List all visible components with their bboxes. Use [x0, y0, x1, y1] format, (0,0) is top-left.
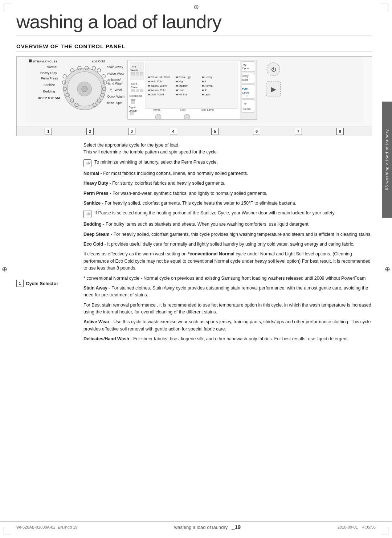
svg-rect-50	[132, 89, 135, 92]
page-title: washing a load of laundry	[16, 11, 372, 36]
svg-text:Pre: Pre	[132, 65, 136, 68]
reg-mark-left: ⊕	[2, 265, 7, 273]
svg-rect-58	[131, 112, 134, 115]
reg-mark-top: ⊕	[193, 3, 199, 11]
diagram-num-8: 8	[336, 128, 344, 135]
desc-perm-press: Perm Press - For wash-and-wear, syntheti…	[83, 190, 372, 197]
desc-stain-away: Stain Away - For stained clothes. Stain …	[83, 285, 372, 299]
desc-conventional-note: * conventional Normal cycle - Normal cyc…	[83, 275, 372, 282]
svg-text:■ Hot / Cold: ■ Hot / Cold	[148, 80, 163, 83]
svg-text:■ Cold / Cold: ■ Cold / Cold	[148, 93, 164, 96]
svg-text:ᶜ: ᶜ	[96, 59, 97, 63]
right-column: Select the appropriate cycle for the typ…	[83, 142, 372, 346]
left-column: 1 Cycle Selector	[16, 142, 83, 346]
svg-point-79	[184, 114, 190, 120]
section-heading: OVERVIEW OF THE CONTROL PANEL	[16, 43, 372, 52]
svg-text:Extended: Extended	[130, 94, 142, 98]
note-perm-press-text: To minimize wrinkling of laundry, select…	[94, 159, 218, 166]
svg-text:My: My	[243, 63, 246, 66]
svg-text:STEAM CYCLES: STEAM CYCLES	[33, 60, 58, 63]
svg-rect-47	[140, 73, 143, 75]
footer-time: 4:05:56	[362, 525, 376, 529]
reg-mark-right: ⊕	[385, 265, 390, 273]
svg-text:®: ®	[246, 95, 248, 97]
note-icon-1: 𝒲	[83, 159, 91, 167]
svg-point-23	[82, 86, 87, 92]
cycle-selector-text: Cycle Selector	[26, 281, 58, 286]
svg-text:Cycle: Cycle	[242, 91, 249, 94]
page-container: ⊕ ⊕ ⊕ 03 washing a load of laundry washi…	[0, 0, 392, 538]
svg-text:■ Heavy: ■ Heavy	[202, 75, 212, 79]
side-tab: 03 washing a load of laundry	[382, 102, 392, 218]
svg-text:■ Medium: ■ Medium	[176, 84, 188, 87]
footer-right: 2010-09-01 4:05:56	[338, 525, 376, 529]
svg-text:■ Low: ■ Low	[176, 89, 184, 92]
corner-mark-tl	[4, 4, 11, 11]
side-tab-text: 03 washing a load of laundry	[385, 129, 389, 190]
svg-text:→: →	[41, 100, 43, 102]
svg-text:Perm Press: Perm Press	[41, 77, 58, 80]
svg-text:Normal: Normal	[47, 65, 57, 69]
svg-text:Soil Level: Soil Level	[201, 108, 214, 111]
svg-point-78	[155, 114, 161, 120]
svg-text:▶: ▶	[271, 86, 276, 93]
footer-page-number: _19	[232, 524, 241, 530]
svg-text:Signal: Signal	[129, 106, 136, 109]
footer-center: washing a load of laundry _19	[174, 524, 241, 530]
svg-text:■ Normal: ■ Normal	[202, 84, 213, 87]
description-area: 1 Cycle Selector Select the appropriate …	[16, 142, 372, 346]
page-footer: WF520AB-02838A-02_EN.indd 19 washing a l…	[0, 521, 392, 530]
svg-text:Temp.: Temp.	[153, 108, 161, 111]
svg-text:Rinse: Rinse	[131, 86, 138, 89]
svg-text:■ Warm / Warm: ■ Warm / Warm	[148, 84, 167, 87]
svg-text:Start: Start	[242, 78, 248, 82]
svg-text:Cold: Cold	[98, 59, 105, 63]
svg-text:Spin: Spin	[131, 98, 136, 101]
svg-text:■ ▼: ■ ▼	[202, 89, 207, 92]
desc-delicates: Delicates/Hand Wash - For sheer fabrics,…	[83, 336, 372, 342]
svg-text:Cycle: Cycle	[242, 67, 249, 70]
footer-left: WF520AB-02838A-02_EN.indd 19	[16, 525, 77, 529]
svg-text:Heavy Duty: Heavy Duty	[40, 71, 57, 75]
desc-stain-away-detail: For Best stain removal performance , it …	[83, 302, 372, 316]
corner-mark-tr	[381, 4, 388, 11]
svg-text:⏻: ⏻	[271, 66, 276, 72]
diagram-num-2: 2	[86, 128, 94, 135]
footer-center-text: washing a load of laundry	[174, 525, 228, 530]
note-perm-press: 𝒲 To minimize wrinkling of laundry, sele…	[83, 159, 372, 167]
diagram-num-6: 6	[253, 128, 260, 135]
svg-rect-55	[132, 101, 135, 104]
desc-deep-steam: Deep Steam - For heavily soiled, colorfa…	[83, 231, 372, 238]
svg-text:Wash: Wash	[131, 69, 138, 72]
desc-bedding: Bedding - For bulky items such as blanke…	[83, 221, 372, 228]
main-content: washing a load of laundry OVERVIEW OF TH…	[0, 0, 392, 357]
svg-rect-52	[140, 89, 143, 92]
control-panel-diagram: STEAM CYCLES eco ᶜ Cold Normal Heavy Dut…	[16, 56, 372, 136]
desc-eco-cold-detail: It cleans as effectively as the warm was…	[83, 251, 372, 272]
diagram-num-5: 5	[211, 128, 219, 135]
svg-text:Delicates/: Delicates/	[106, 78, 121, 82]
diagram-num-3: 3	[128, 128, 135, 135]
desc-intro: Select the appropriate cycle for the typ…	[83, 142, 372, 156]
svg-text:■ Light: ■ Light	[202, 93, 211, 96]
svg-text:Extra: Extra	[131, 82, 138, 85]
svg-rect-45	[132, 73, 135, 75]
desc-normal: Normal - For most fabrics including cott…	[83, 170, 372, 177]
footer-date: 2010-09-01	[338, 525, 358, 529]
desc-active-wear: Active Wear - Use this cycle to wash exe…	[83, 319, 372, 333]
desc-heavy-duty: Heavy Duty - For sturdy, colorfast fabri…	[83, 180, 372, 187]
svg-text:On/Off: On/Off	[129, 109, 137, 112]
svg-text:Bedding: Bedding	[43, 90, 55, 93]
svg-text:■ No Spin: ■ No Spin	[176, 93, 188, 96]
svg-text:Active Wear: Active Wear	[107, 72, 124, 75]
svg-text:Quick Wash: Quick Wash	[107, 95, 124, 98]
cycle-selector-label: 1 Cycle Selector	[16, 280, 80, 287]
svg-text:Spin: Spin	[180, 108, 185, 111]
svg-text:Stain Away: Stain Away	[107, 65, 123, 69]
svg-text:■ Warm / Cold: ■ Warm / Cold	[148, 89, 166, 92]
svg-rect-51	[136, 89, 139, 92]
diagram-num-4: 4	[170, 128, 177, 135]
svg-text:Hand Wash: Hand Wash	[106, 82, 123, 85]
svg-text:Rinse+Spin: Rinse+Spin	[106, 101, 122, 105]
svg-text:■ Extra High: ■ Extra High	[176, 75, 191, 79]
